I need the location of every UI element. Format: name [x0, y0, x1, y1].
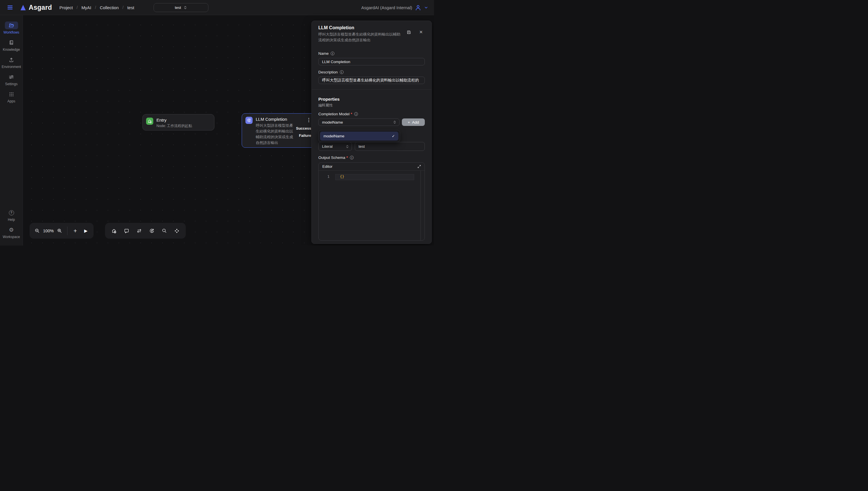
output-schema-label: Output Schema * i	[318, 155, 425, 160]
toolbar-divider	[67, 227, 67, 235]
entry-node-subtitle: Node: 工作流程的起點	[157, 124, 192, 128]
breadcrumb-myai[interactable]: MyAI	[82, 5, 91, 10]
save-icon[interactable]	[406, 30, 411, 35]
comment-icon[interactable]	[124, 228, 130, 234]
llm-node-body: LLM Completion 呼叫大型語言模型並產生結構化的資料輸出以輔助流程的…	[256, 116, 294, 145]
value-type-value: Literal	[322, 144, 333, 149]
required-marker: *	[347, 155, 348, 160]
menu-icon[interactable]	[7, 4, 13, 10]
llm-port-failure-label: Failure	[299, 133, 311, 138]
user-icon	[415, 4, 422, 11]
info-icon: i	[340, 70, 344, 74]
sidebar-item-knowledge[interactable]: Knowledge	[3, 39, 20, 52]
sidebar-item-workflows[interactable]: Workflows	[3, 22, 19, 34]
sidebar-item-apps[interactable]: Apps	[5, 90, 18, 103]
apps-grid-icon	[5, 90, 18, 98]
gear-icon: ⚙	[5, 226, 18, 234]
swap-arrows-icon[interactable]	[136, 228, 142, 234]
asgard-logo[interactable]: Asgard	[20, 4, 52, 11]
sidebar-item-label: Settings	[5, 82, 18, 86]
plus-icon: +	[408, 120, 410, 124]
sidebar-item-workspace[interactable]: ⚙ Workspace	[3, 226, 20, 239]
editor-header: Editor	[319, 163, 425, 171]
run-workflow-button[interactable]: ▶	[84, 228, 87, 233]
workflow-select-value: test	[175, 5, 181, 10]
completion-model-select[interactable]: modelName	[318, 118, 400, 126]
editor-title: Editor	[322, 164, 332, 169]
add-model-button[interactable]: + Add	[402, 118, 425, 126]
add-node-button[interactable]: +	[74, 227, 77, 234]
sidebar: Workflows Knowledge Environment Settings	[0, 15, 23, 246]
breadcrumb-separator: /	[95, 5, 96, 10]
fit-view-icon[interactable]	[174, 228, 180, 234]
name-input[interactable]	[318, 58, 425, 65]
breadcrumb-collection[interactable]: Collection	[100, 5, 119, 10]
expand-icon[interactable]	[417, 164, 422, 169]
zoom-out-icon[interactable]	[34, 228, 40, 233]
llm-port-success-label: Success	[296, 126, 311, 131]
description-field-label: Description i	[318, 70, 425, 74]
account-menu[interactable]: AsgardAI (Asgard Internal)	[361, 4, 428, 11]
panel-subtitle: 呼叫大型語言模型並產生結構化的資料輸出以輔助流程的決策或生成自然語言輸出	[318, 32, 404, 43]
editor-body[interactable]: 1 {}	[319, 171, 425, 240]
breadcrumb-separator: /	[77, 5, 78, 10]
sidebar-item-label: Environment	[2, 65, 21, 69]
sliders-icon	[5, 73, 18, 81]
zoom-level[interactable]: 100%	[43, 229, 54, 233]
sidebar-item-environment[interactable]: Environment	[2, 56, 21, 69]
breadcrumb-separator: /	[123, 5, 124, 10]
folder-icon	[5, 22, 18, 29]
updown-chevron-icon	[346, 145, 349, 149]
editor-line: 1 {}	[319, 171, 425, 179]
entry-node-body: Entry Node: 工作流程的起點	[157, 117, 192, 127]
editor-code: {}	[340, 174, 345, 179]
entry-node-title: Entry	[157, 117, 192, 123]
node-kebab-menu-icon[interactable]: ⋮	[306, 117, 311, 123]
editor-scrollbar[interactable]	[421, 171, 421, 240]
upload-icon	[5, 56, 18, 64]
book-icon	[5, 39, 18, 47]
name-field-label: Name i	[318, 51, 425, 56]
add-llm-node-icon[interactable]	[149, 228, 155, 234]
help-icon: ?	[5, 209, 18, 216]
topbar: Asgard Project / MyAI / Collection / tes…	[0, 0, 434, 15]
required-marker: *	[351, 112, 352, 116]
zoom-toolbar: 100% + ▶	[30, 223, 93, 239]
sidebar-footer: ? Help ⚙ Workspace	[3, 209, 20, 246]
value-type-select[interactable]: Literal	[318, 142, 352, 151]
logo-triangle-icon	[20, 5, 26, 10]
llm-node-icon	[245, 117, 252, 124]
description-input[interactable]	[318, 77, 425, 84]
node-tools-toolbar	[105, 223, 186, 239]
logo-text: Asgard	[29, 4, 52, 11]
check-icon: ✓	[392, 134, 395, 138]
sidebar-item-help[interactable]: ? Help	[5, 209, 18, 222]
llm-node-description: 呼叫大型語言模型並產生結構化的資料輸出以輔助流程的決策或生成自然語言輸出	[256, 123, 294, 146]
close-icon[interactable]: ✕	[419, 30, 423, 35]
chevron-down-icon	[424, 5, 428, 10]
breadcrumb-project[interactable]: Project	[59, 5, 73, 10]
completion-model-label: Completion Model * i	[318, 112, 425, 116]
editor-line-number: 1	[319, 174, 332, 179]
sidebar-item-label: Workflows	[3, 30, 19, 34]
info-icon: i	[331, 52, 334, 55]
account-label: AsgardAI (Asgard Internal)	[361, 5, 412, 10]
sidebar-item-label: Apps	[7, 99, 15, 103]
breadcrumb-test[interactable]: test	[127, 5, 134, 10]
sidebar-item-label: Help	[8, 218, 15, 222]
sidebar-item-settings[interactable]: Settings	[5, 73, 18, 86]
updown-chevron-icon	[183, 5, 187, 10]
model-value-input[interactable]	[355, 142, 425, 151]
properties-title: Properties	[318, 97, 425, 102]
add-entry-node-icon[interactable]	[111, 228, 117, 234]
workflow-select[interactable]: test	[154, 3, 208, 12]
model-value-row: modelName ✓ Literal	[318, 142, 425, 151]
sidebar-item-label: Knowledge	[3, 48, 20, 52]
zoom-in-icon[interactable]	[57, 228, 62, 233]
node-properties-panel: LLM Completion 呼叫大型語言模型並產生結構化的資料輸出以輔助流程的…	[311, 21, 432, 244]
panel-divider	[312, 89, 431, 90]
schema-editor: Editor 1 {}	[318, 162, 425, 241]
dropdown-option-modelname[interactable]: modelName ✓	[320, 132, 399, 141]
node-entry[interactable]: Entry Node: 工作流程的起點	[142, 114, 214, 131]
search-icon[interactable]	[162, 228, 167, 233]
